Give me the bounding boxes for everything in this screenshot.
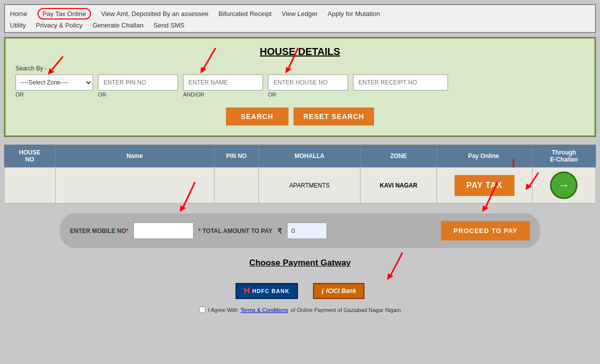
- svg-line-10: [182, 182, 195, 208]
- house-details-table: HOUSENO Name PIN NO MOHALLA ZONE Pay Onl…: [4, 144, 596, 204]
- house-input[interactable]: [268, 74, 348, 90]
- search-button[interactable]: SEARCH: [226, 108, 288, 126]
- proceed-to-pay-button[interactable]: PROCEED TO PAY: [441, 221, 530, 240]
- payment-bar: ENTER MOBILE NO* * TOTAL AMOUNT TO PAY ₹…: [60, 214, 540, 248]
- nav-row2: Utility Privacy & Policy Generate Challa…: [10, 22, 590, 29]
- svg-line-14: [390, 252, 402, 276]
- mobile-input[interactable]: [134, 222, 194, 239]
- terms-suffix: of Online Payment of Gaziabad Nagar Niga…: [290, 307, 401, 313]
- svg-line-12: [485, 182, 498, 208]
- svg-line-4: [288, 48, 298, 70]
- table-section: HOUSENO Name PIN NO MOHALLA ZONE Pay Onl…: [4, 144, 596, 204]
- mobile-label: ENTER MOBILE NO*: [70, 228, 128, 234]
- bifurcated-receipt-link[interactable]: Bifurcated Receipt: [218, 10, 272, 18]
- zone-select[interactable]: ----Select Zone---- Zone 1 Zone 2 Zone 3: [16, 74, 93, 90]
- or-label-1: OR: [16, 92, 93, 98]
- icici-label: ICICI Bank: [326, 288, 356, 294]
- rupee-symbol: ₹: [278, 227, 282, 235]
- cell-house-no: [4, 168, 56, 204]
- home-link[interactable]: Home: [10, 10, 28, 18]
- svg-line-0: [50, 56, 63, 72]
- privacy-policy-link[interactable]: Privacy & Policy: [36, 22, 82, 29]
- navigation: Home Pay Tax Online View Amt. Deposited …: [4, 4, 596, 33]
- house-details-section: HOUSE DETAILS Search By - ----Select Zon…: [4, 37, 596, 137]
- generate-challan-link[interactable]: Generate Challan: [92, 22, 144, 29]
- col-pin: PIN NO: [214, 145, 258, 168]
- name-input[interactable]: [183, 74, 263, 90]
- icici-i-icon: i: [322, 287, 324, 296]
- hdfc-bank-logo[interactable]: H HDFC BANK: [236, 283, 298, 299]
- search-buttons: SEARCH RESET SEARCH: [16, 108, 584, 126]
- col-zone: ZONE: [360, 145, 437, 168]
- or-label-4: OR: [268, 92, 348, 98]
- terms-link[interactable]: Terms & Conditions: [240, 307, 288, 313]
- send-sms-link[interactable]: Send SMS: [154, 22, 184, 29]
- amount-input[interactable]: [287, 222, 327, 239]
- bank-logos: H HDFC BANK i ICICI Bank: [0, 283, 600, 299]
- svg-line-8: [528, 172, 538, 188]
- terms-text: I Agree With: [208, 307, 238, 313]
- utility-link[interactable]: Utility: [10, 22, 26, 29]
- cell-zone: KAVI NAGAR: [360, 168, 437, 204]
- echallan-button[interactable]: →: [550, 172, 578, 199]
- nav-row1: Home Pay Tax Online View Amt. Deposited …: [10, 8, 590, 20]
- col-pay-online: Pay Online: [436, 145, 532, 168]
- svg-marker-5: [286, 67, 292, 74]
- col-echallan: ThroughE-Challan: [532, 145, 596, 168]
- hdfc-label: HDFC BANK: [252, 288, 289, 294]
- pay-tax-online-link[interactable]: Pay Tax Online: [38, 8, 91, 20]
- required-star: *: [126, 228, 128, 234]
- payment-gateway-section: Choose Payment Gatway H HDFC BANK i ICIC…: [0, 258, 600, 313]
- or-label-2: OR: [98, 92, 178, 98]
- hdfc-h-icon: H: [244, 286, 250, 296]
- payment-gateway-title: Choose Payment Gatway: [0, 258, 600, 268]
- pin-input[interactable]: [98, 74, 178, 90]
- col-mohalla: MOHALLA: [258, 145, 360, 168]
- total-amount-label: * TOTAL AMOUNT TO PAY: [198, 228, 272, 234]
- view-ledger-link[interactable]: View Ledger: [282, 10, 318, 18]
- col-house-no: HOUSENO: [4, 145, 56, 168]
- cell-echallan[interactable]: →: [532, 168, 596, 204]
- cell-pin: [214, 168, 258, 204]
- cell-mohalla: APARTMENTS: [258, 168, 360, 204]
- view-amt-link[interactable]: View Amt. Deposited By an assessee: [101, 10, 208, 18]
- reset-search-button[interactable]: RESET SEARCH: [294, 108, 374, 126]
- apply-mutation-link[interactable]: Apply for Mutation: [328, 10, 380, 18]
- col-name: Name: [55, 145, 214, 168]
- svg-marker-3: [200, 67, 206, 74]
- table-row: APARTMENTS KAVI NAGAR PAY TAX →: [4, 168, 596, 204]
- receipt-input[interactable]: [353, 74, 448, 90]
- terms-checkbox[interactable]: [199, 306, 206, 313]
- or-label-3: AND/OR: [183, 92, 263, 98]
- icici-bank-logo[interactable]: i ICICI Bank: [313, 283, 364, 299]
- svg-line-2: [203, 48, 216, 70]
- terms-line: I Agree With Terms & Conditions of Onlin…: [0, 306, 600, 313]
